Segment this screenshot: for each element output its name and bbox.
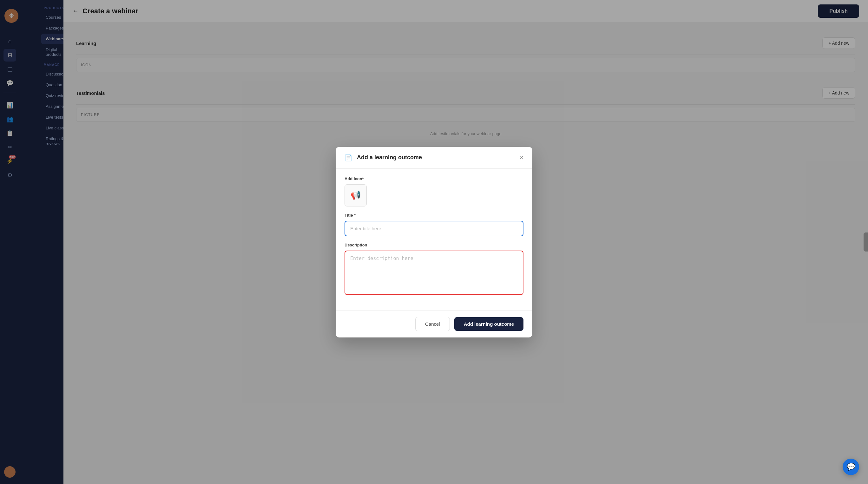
icon-field-label: Add icon* — [344, 176, 524, 181]
modal-title: Add a learning outcome — [357, 154, 422, 161]
modal-header-left: 📄 Add a learning outcome — [344, 154, 422, 161]
modal-document-icon: 📄 — [344, 154, 352, 161]
modal-close-button[interactable]: × — [520, 154, 524, 161]
modal-footer: Cancel Add learning outcome — [336, 310, 532, 337]
chat-bubble-icon: 💬 — [847, 463, 855, 471]
add-learning-outcome-modal: 📄 Add a learning outcome × Add icon* 📢 T… — [336, 147, 532, 337]
icon-field-group: Add icon* 📢 — [344, 176, 524, 206]
description-field-group: Description — [344, 243, 524, 296]
modal-header: 📄 Add a learning outcome × — [336, 147, 532, 169]
chat-support-button[interactable]: 💬 — [843, 459, 859, 475]
title-field-group: Title * — [344, 213, 524, 236]
modal-overlay: 📄 Add a learning outcome × Add icon* 📢 T… — [0, 0, 868, 484]
description-textarea[interactable] — [344, 251, 524, 295]
cancel-button[interactable]: Cancel — [415, 317, 450, 331]
title-field-label: Title * — [344, 213, 524, 218]
title-input[interactable] — [344, 221, 524, 236]
icon-picker[interactable]: 📢 — [344, 184, 367, 206]
modal-body: Add icon* 📢 Title * Description — [336, 169, 532, 310]
description-field-label: Description — [344, 243, 524, 248]
add-learning-outcome-button[interactable]: Add learning outcome — [454, 317, 524, 331]
megaphone-icon: 📢 — [350, 190, 361, 200]
